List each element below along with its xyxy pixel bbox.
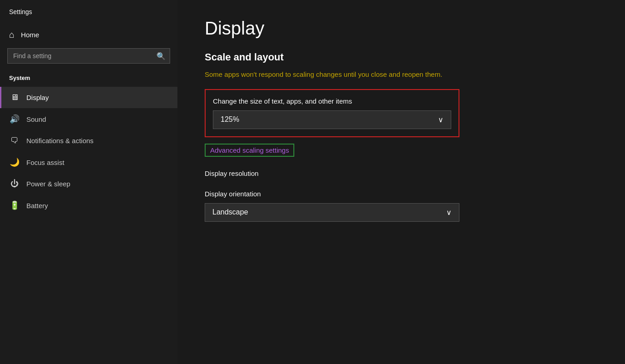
scale-box: Change the size of text, apps, and other… — [205, 89, 459, 137]
display-icon: 🖥 — [9, 93, 20, 102]
orientation-dropdown[interactable]: Landscape ∨ — [205, 203, 459, 222]
scale-dropdown-value: 125% — [221, 115, 239, 124]
orientation-label: Display orientation — [205, 190, 459, 198]
sidebar-label-focus: Focus assist — [26, 159, 64, 166]
notifications-icon: 🗨 — [9, 136, 20, 145]
orientation-dropdown-arrow: ∨ — [446, 208, 452, 217]
orientation-dropdown-value: Landscape — [212, 208, 248, 216]
sidebar-label-sound: Sound — [26, 115, 46, 123]
sidebar-label-notifications: Notifications & actions — [26, 137, 94, 145]
sidebar-item-focus[interactable]: 🌙 Focus assist — [0, 151, 177, 173]
sidebar-label-battery: Battery — [26, 202, 48, 209]
main-content: Display Scale and layout Some apps won't… — [177, 0, 625, 364]
warning-text: Some apps won't respond to scaling chang… — [205, 70, 459, 80]
sidebar-item-power[interactable]: ⏻ Power & sleep — [0, 173, 177, 194]
sidebar-item-sound[interactable]: 🔊 Sound — [0, 108, 177, 130]
sidebar-label-display: Display — [26, 94, 49, 101]
battery-icon: 🔋 — [9, 200, 20, 210]
search-icon-button[interactable]: 🔍 — [156, 52, 166, 60]
sidebar-home-label: Home — [21, 31, 39, 39]
sidebar-label-power: Power & sleep — [26, 180, 71, 188]
search-input[interactable] — [7, 48, 170, 64]
power-icon: ⏻ — [9, 179, 20, 189]
sidebar-home-item[interactable]: ⌂ Home — [0, 25, 177, 45]
scale-label: Change the size of text, apps, and other… — [213, 97, 451, 105]
focus-icon: 🌙 — [9, 157, 20, 167]
sound-icon: 🔊 — [9, 114, 20, 124]
orientation-box: Display orientation Landscape ∨ — [205, 190, 459, 222]
scale-dropdown-arrow: ∨ — [438, 115, 444, 124]
sidebar-item-notifications[interactable]: 🗨 Notifications & actions — [0, 130, 177, 151]
advanced-scaling-link[interactable]: Advanced scaling settings — [205, 144, 294, 157]
resolution-label: Display resolution — [205, 170, 598, 177]
search-box: 🔍 — [7, 48, 170, 64]
scale-dropdown[interactable]: 125% ∨ — [213, 110, 451, 129]
sidebar: Settings ⌂ Home 🔍 System 🖥 Display 🔊 Sou… — [0, 0, 177, 364]
section-heading: Scale and layout — [205, 51, 598, 63]
sidebar-item-battery[interactable]: 🔋 Battery — [0, 194, 177, 216]
sidebar-item-display[interactable]: 🖥 Display — [0, 87, 177, 108]
app-title: Settings — [0, 8, 177, 25]
home-icon: ⌂ — [9, 30, 15, 39]
sidebar-section-label: System — [0, 71, 177, 87]
page-title: Display — [205, 18, 598, 39]
